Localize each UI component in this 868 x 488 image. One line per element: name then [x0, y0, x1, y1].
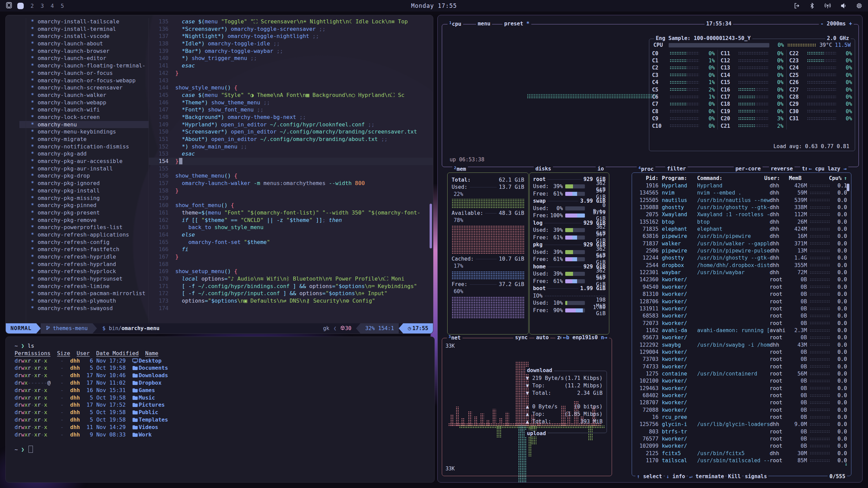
- process-scrollbar-thumb[interactable]: [847, 184, 849, 191]
- process-row[interactable]: 1170tailscal/usr/sbin/tailscaled --root8…: [632, 457, 851, 464]
- ls-row[interactable]: drwxr-xr-x - dhh 9 Nov 08:33 Work: [15, 431, 426, 439]
- process-row[interactable]: 1916HyprlandHyprlanddhh426M0.1: [632, 182, 851, 189]
- cpu-icon[interactable]: [856, 2, 863, 9]
- process-row[interactable]: 81310kworker/root0B0.0: [632, 291, 851, 298]
- file-list-item[interactable]: *omarchy-launch-webapp: [6, 99, 149, 106]
- file-list-item[interactable]: *omarchy-refresh-config: [6, 239, 149, 246]
- process-row[interactable]: 125756glycin-i/usr/lib/glycin-loadersdhh…: [632, 421, 851, 428]
- file-list-item[interactable]: *omarchy-launch-screensaver: [6, 84, 149, 92]
- file-list-item[interactable]: *omarchy-launch-walker: [6, 92, 149, 99]
- shell-prompt[interactable]: ~ ❯: [15, 446, 426, 453]
- process-row[interactable]: 71835elephantelephantdhh424M0.0: [632, 226, 851, 233]
- ls-row[interactable]: drwxr-xr-x - dhh 6 Nov 17:29 Desktop: [15, 357, 426, 365]
- file-list-item[interactable]: *omarchy-refresh-pacman-mirrorlist: [6, 290, 149, 297]
- bluetooth-icon[interactable]: [809, 2, 815, 9]
- memory-box-title[interactable]: 2mem: [452, 166, 468, 172]
- file-list-item[interactable]: *omarchy-lock-screen: [6, 114, 149, 121]
- process-row[interactable]: 131911kworker/root0B0.0: [632, 305, 851, 312]
- file-list-item[interactable]: *omarchy-pkg-aur-accessible: [6, 158, 149, 165]
- ls-row[interactable]: drwxr-xr-x - dhh 11 Nov 14:29 Videos: [15, 424, 426, 431]
- process-row[interactable]: 102099kworker/root0B0.0: [632, 443, 851, 450]
- file-list-item[interactable]: *omarchy-refresh-fastfetch: [6, 246, 149, 253]
- file-list-item[interactable]: *omarchy-refresh-hypridle: [6, 253, 149, 261]
- process-row[interactable]: 72088kworker/root0B0.0: [632, 407, 851, 414]
- code-pane[interactable]: 135 case $(menu "Toggle" "⛶ Screensaver\…: [149, 18, 433, 323]
- file-list-item[interactable]: *omarchy-install-terminal: [6, 25, 149, 33]
- process-row[interactable]: 68583kworker/root0B0.0: [632, 312, 851, 320]
- refresh-minus-button[interactable]: -: [821, 21, 824, 27]
- process-row[interactable]: 128707kworker/root0B0.0: [632, 399, 851, 406]
- process-row[interactable]: 122301waybar/usr/bin/waybardhh72M0.0: [632, 269, 851, 276]
- file-list-item[interactable]: *omarchy-refresh-hyprsunset: [6, 275, 149, 283]
- process-row[interactable]: 72073kworker/root0B0.0: [632, 320, 851, 327]
- per-core-button[interactable]: per-core: [734, 166, 763, 172]
- process-row[interactable]: 135088ghostty/usr/bin/ghostty --gtk-dhh3…: [632, 204, 851, 211]
- file-list-item[interactable]: *omarchy-pkg-drop: [6, 172, 149, 180]
- ls-row[interactable]: drwxr-xr-x - dhh 5 Oct 19:58 Templates: [15, 416, 426, 424]
- process-row[interactable]: 142360kworker/root0B0.0: [632, 276, 851, 283]
- btop-window[interactable]: 1cpu menu preset * 17:55:34 - 2000ms + u…: [437, 15, 863, 483]
- proc-footer-kill-button[interactable]: Kill: [727, 473, 742, 480]
- process-row[interactable]: 2075XwaylandXwayland :1 -rootless -dhh11…: [632, 211, 851, 218]
- terminal-window[interactable]: ~ ❯ lsPermissions Size User Date Modifie…: [5, 337, 435, 483]
- proc-footer-select-button[interactable]: ↑ select: [635, 473, 664, 480]
- editor-scrollbar[interactable]: [430, 204, 432, 248]
- ls-row[interactable]: drwxr-xr-x - dhh 5 Oct 19:58 Documents: [15, 364, 426, 372]
- file-list-item[interactable]: *omarchy-pkg-install: [6, 187, 149, 195]
- ls-row[interactable]: drwxr-xr-x - dhh 5 Oct 19:58 Music: [15, 394, 426, 402]
- process-row[interactable]: 102100kworker/root0B0.0: [632, 378, 851, 385]
- process-row[interactable]: 12244ghostty/usr/bin/ghostty --gtk-dhh1.…: [632, 255, 851, 262]
- process-row[interactable]: 122292swaybg/usr/bin/swaybg -i /homdhh43…: [632, 342, 851, 349]
- ls-row[interactable]: drwxr-xr-x - dhh 17 Nov 17:52 Pictures: [15, 401, 426, 409]
- process-row[interactable]: 128706kworker/root0B0.0: [632, 298, 851, 305]
- sort-selector[interactable]: ← cpu lazy →: [807, 166, 848, 172]
- process-box-title[interactable]: 4proc: [637, 166, 655, 172]
- process-row[interactable]: 134565nvimnvim --embed .dhh59M0.0: [632, 189, 851, 197]
- process-row[interactable]: 74733kworker/root0B0.0: [632, 363, 851, 370]
- file-list-item[interactable]: *omarchy-pkg-missing: [6, 195, 149, 202]
- refresh-plus-button[interactable]: +: [849, 21, 852, 27]
- menu-button[interactable]: menu: [476, 21, 492, 27]
- process-header-row[interactable]: Pid: Program: Command: User: MemB Cpu% ↑: [632, 173, 851, 182]
- file-list-item[interactable]: *omarchy-launch-wifi: [6, 106, 149, 114]
- file-list-item[interactable]: *omarchy-powerprofiles-list: [6, 224, 149, 231]
- process-row[interactable]: 73703kworker/root0B0.0: [632, 356, 851, 363]
- file-list-item[interactable]: *omarchy-pkg-add: [6, 150, 149, 158]
- ls-row[interactable]: drwxr-xr-x - dhh 16 Nov 15:31 Games: [15, 387, 426, 394]
- cpu-header[interactable]: Cpu%: [827, 174, 842, 182]
- file-list-item[interactable]: *omarchy-launch-browser: [6, 47, 149, 55]
- file-list-item[interactable]: *omarchy-launch-or-focus: [6, 69, 149, 77]
- process-row[interactable]: 135162btopbtopdhh26M0.0: [632, 219, 851, 226]
- ls-row[interactable]: drwxr-xr-x - dhh 5 Oct 19:58 Public: [15, 409, 426, 416]
- reverse-button[interactable]: reverse: [769, 166, 794, 172]
- process-row[interactable]: 1162avahi-daavahi-daemon: running [avahi…: [632, 327, 851, 334]
- file-list[interactable]: *omarchy-install-tailscale*omarchy-insta…: [6, 18, 149, 323]
- process-row[interactable]: 803btrfs-trroot0B0.0: [632, 428, 851, 435]
- file-list-item[interactable]: *omarchy-menu: [6, 121, 149, 128]
- user-header[interactable]: User:: [764, 174, 784, 182]
- process-row[interactable]: 125505nautilus/usr/bin/nautilus --newdhh…: [632, 197, 851, 204]
- process-row[interactable]: 129004kworker/root0B0.0: [632, 349, 851, 356]
- file-list-item[interactable]: *omarchy-refresh-hyprlock: [6, 268, 149, 275]
- file-list-item[interactable]: *omarchy-refresh-limine: [6, 283, 149, 290]
- program-header[interactable]: Program:: [662, 174, 697, 182]
- process-row[interactable]: 68402kworker/root0B0.0: [632, 392, 851, 399]
- logout-icon[interactable]: [793, 2, 800, 9]
- filter-button[interactable]: filter: [665, 166, 688, 172]
- pid-header[interactable]: Pid:: [636, 174, 658, 182]
- file-list-item[interactable]: *omarchy-pkg-remove: [6, 217, 149, 224]
- preset-button[interactable]: preset *: [502, 21, 531, 27]
- net-auto-button[interactable]: auto: [534, 334, 550, 341]
- file-list-item[interactable]: *omarchy-launch-editor: [6, 55, 149, 62]
- process-row[interactable]: 16rcu_preeroot0B0.0: [632, 414, 851, 421]
- net-sync-button[interactable]: sync: [513, 334, 529, 341]
- file-list-item[interactable]: *omarchy-launch-floating-terminal-: [6, 62, 149, 69]
- file-list-item[interactable]: *omarchy-pkg-ignored: [6, 180, 149, 187]
- ls-row[interactable]: drwx------@ - dhh 17 Nov 11:02 Dropbox: [15, 379, 426, 387]
- proc-footer-terminate-button[interactable]: ↵ terminate: [688, 473, 726, 480]
- network-box-title[interactable]: 3net: [447, 334, 462, 341]
- file-list-item[interactable]: *omarchy-pkg-present: [6, 209, 149, 217]
- file-list-item[interactable]: *omarchy-launch-about: [6, 40, 149, 47]
- process-row[interactable]: 71837walker/usr/bin/walker --gappldhh371…: [632, 240, 851, 247]
- file-list-item[interactable]: *omarchy-refresh-swayosd: [6, 305, 149, 312]
